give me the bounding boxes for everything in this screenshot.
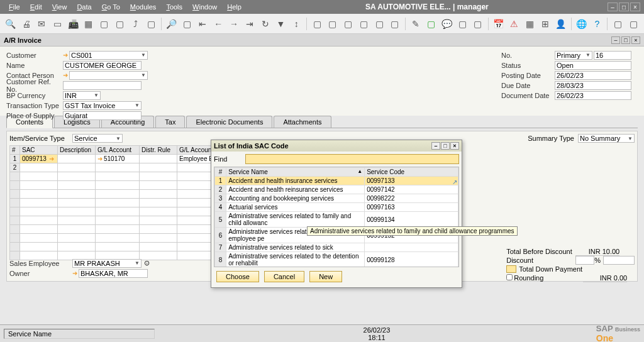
col-service-code[interactable]: Service Code [365, 168, 458, 177]
dialog-titlebar[interactable]: List of India SAC Code – □ × [211, 140, 462, 152]
cancel-button[interactable]: Cancel [264, 271, 304, 282]
sub-close-icon[interactable]: × [631, 36, 640, 44]
menu-modules[interactable]: Modules [125, 3, 162, 11]
chevron-down-icon[interactable]: ▼ [628, 136, 633, 141]
list-item[interactable]: 3Accounting and bookkeeping services0099… [215, 194, 458, 203]
dialog-close-icon[interactable]: × [450, 142, 459, 150]
link-arrow-icon[interactable]: ➜ [63, 52, 68, 58]
menu-view[interactable]: View [47, 3, 72, 11]
field-input[interactable] [63, 81, 142, 90]
alert-icon[interactable]: ⚠ [508, 17, 521, 31]
list-item[interactable]: 8Administrative services related to the … [215, 252, 458, 268]
field-input[interactable]: Gujarat [63, 111, 142, 120]
field-input[interactable]: CUSTOMER GEORGE [63, 61, 142, 70]
desc-cell[interactable] [58, 163, 96, 172]
field-input[interactable]: ▼ [69, 71, 148, 80]
list-item[interactable]: 1Accident and health insurance services0… [215, 177, 458, 185]
prev-record-icon[interactable]: ← [211, 17, 225, 31]
doc2-icon[interactable]: ▢ [326, 17, 340, 31]
refresh-icon[interactable]: ↻ [258, 17, 272, 31]
globe-icon[interactable]: 🌐 [575, 17, 589, 31]
distr-cell[interactable] [140, 155, 177, 163]
sub-minimize-icon[interactable]: – [611, 36, 620, 44]
next-record-icon[interactable]: → [227, 17, 241, 31]
choose-button[interactable]: Choose [216, 271, 259, 282]
sort-icon[interactable]: ↕ [289, 17, 303, 31]
row-number[interactable]: 1 [10, 155, 20, 163]
new-doc-icon[interactable]: ▢ [425, 17, 438, 31]
gl-cell[interactable]: ➜510170 [96, 155, 140, 163]
field-input[interactable]: GST Tax Invoice▼ [63, 101, 142, 110]
sub-maximize-icon[interactable]: □ [621, 36, 630, 44]
last-record-icon[interactable]: ⇥ [243, 17, 257, 31]
copy-icon[interactable]: ▢ [455, 17, 469, 31]
expand-icon[interactable]: ↗ [452, 179, 457, 185]
find-icon[interactable]: 🔎 [165, 17, 179, 31]
summary-type-select[interactable]: No Summary▼ [578, 134, 635, 143]
new-button[interactable]: New [309, 271, 342, 282]
find-input[interactable] [245, 154, 459, 164]
field-select[interactable]: Primary▼ [555, 51, 592, 60]
tab-attachments[interactable]: Attachments [274, 116, 331, 128]
print-icon[interactable]: 🖨 [19, 17, 33, 31]
sac-list-grid[interactable]: ↗ #Service Name▲Service Code1Accident an… [214, 167, 459, 267]
doc5-icon[interactable]: ▢ [372, 17, 386, 31]
user-icon[interactable]: 👤 [554, 17, 568, 31]
email-icon[interactable]: ✉ [35, 17, 49, 31]
report-icon[interactable]: ▦ [523, 17, 536, 31]
menu-help[interactable]: Help [222, 3, 247, 11]
doc6-icon[interactable]: ▢ [388, 17, 402, 31]
chevron-down-icon[interactable]: ▼ [135, 102, 140, 108]
form-icon[interactable]: ▢ [144, 17, 158, 31]
desc-cell[interactable] [58, 155, 96, 163]
sort-asc-icon[interactable]: ▲ [357, 168, 362, 174]
doc4-icon[interactable]: ▢ [357, 17, 371, 31]
chevron-down-icon[interactable]: ▼ [141, 52, 146, 58]
misc2-icon[interactable]: ▢ [626, 17, 640, 31]
first-record-icon[interactable]: ⇤ [196, 17, 210, 31]
calendar-icon[interactable]: 📅 [492, 17, 506, 31]
tab-electronic-documents[interactable]: Electronic Documents [186, 116, 272, 128]
menu-file[interactable]: File [4, 3, 25, 11]
field-input[interactable]: INR▼ [63, 91, 101, 100]
menu-window[interactable]: Window [187, 3, 222, 11]
field-input[interactable]: 26/02/23 [555, 71, 631, 80]
row-number[interactable]: 2 [10, 163, 20, 172]
field-input[interactable]: CS001▼ [69, 51, 148, 60]
template-icon[interactable]: ▢ [471, 17, 485, 31]
owner-field[interactable]: BHASKAR, MR [79, 269, 148, 278]
export-pdf-icon[interactable]: ▢ [113, 17, 127, 31]
dialog-maximize-icon[interactable]: □ [441, 142, 450, 150]
distr-cell[interactable] [140, 163, 177, 172]
add-icon[interactable]: ▢ [180, 17, 194, 31]
down-payment-button[interactable] [506, 265, 516, 273]
chevron-down-icon[interactable]: ▼ [116, 136, 121, 141]
edit-icon[interactable]: ✎ [409, 17, 423, 31]
rounding-checkbox[interactable] [506, 274, 513, 280]
menu-edit[interactable]: Edit [25, 3, 47, 11]
field-input[interactable]: Open [555, 61, 631, 70]
sales-employee-field[interactable]: MR PRAKASH▼ [72, 259, 142, 268]
link-arrow-icon[interactable]: ➜ [63, 72, 68, 79]
sms-icon[interactable]: ▭ [50, 17, 64, 31]
line-items-table[interactable]: #SACDescriptionG/L AccountDistr. RuleG/L… [9, 145, 240, 260]
discount-amount-field[interactable] [603, 256, 635, 265]
export-word-icon[interactable]: ▢ [97, 17, 111, 31]
link-arrow-icon[interactable]: ➜ [72, 270, 77, 277]
maximize-icon[interactable]: □ [619, 3, 629, 11]
help-icon[interactable]: ? [591, 17, 604, 31]
sales-employee-browse-icon[interactable]: ⊙ [144, 259, 150, 267]
list-item[interactable]: 2Accident and health reinsurance service… [215, 185, 458, 194]
column-header[interactable]: Distr. Rule [140, 146, 177, 155]
gl-cell[interactable] [96, 163, 140, 172]
column-header[interactable]: G/L Account [96, 146, 140, 155]
tab-tax[interactable]: Tax [155, 116, 185, 128]
column-header[interactable]: # [10, 146, 20, 155]
column-header[interactable]: Description [58, 146, 96, 155]
chevron-down-icon[interactable]: ▼ [135, 260, 140, 266]
col-service-name[interactable]: Service Name▲ [226, 168, 365, 177]
filter-icon[interactable]: ▼ [274, 17, 288, 31]
preview-icon[interactable]: 🔍 [4, 17, 18, 31]
list-item[interactable]: 5Administrative services related to fami… [215, 212, 458, 228]
list-item[interactable]: 4Actuarial services00997163 [215, 203, 458, 212]
